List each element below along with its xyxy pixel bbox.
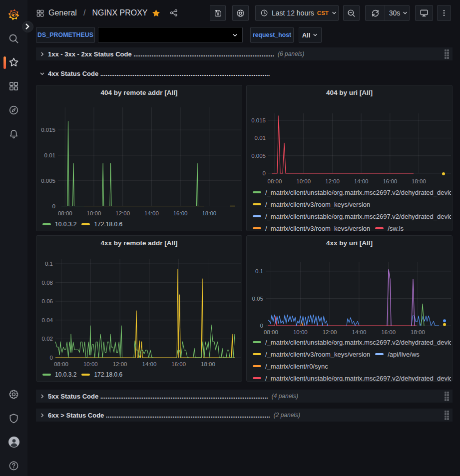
svg-text:0.015: 0.015 [251,117,266,123]
svg-text:0: 0 [52,203,55,209]
svg-text:16:00: 16:00 [171,361,186,367]
svg-text:12:00: 12:00 [115,210,130,216]
svg-text:10:00: 10:00 [293,329,308,335]
svg-text:0.04: 0.04 [42,317,53,323]
svg-text:18:00: 18:00 [202,210,216,216]
svg-text:18:00: 18:00 [411,329,425,335]
svg-text:12:00: 12:00 [113,361,127,367]
svg-text:10:00: 10:00 [296,178,311,184]
svg-text:0: 0 [50,355,53,361]
svg-text:0.02: 0.02 [42,336,53,342]
svg-text:0: 0 [260,323,263,329]
svg-text:0.005: 0.005 [41,178,55,184]
svg-text:12:00: 12:00 [325,178,340,184]
svg-text:18:00: 18:00 [201,361,215,367]
svg-text:16:00: 16:00 [383,178,397,184]
svg-text:14:00: 14:00 [142,361,157,367]
svg-text:0: 0 [263,170,266,176]
svg-text:0.06: 0.06 [42,298,53,304]
svg-text:14:00: 14:00 [352,329,367,335]
svg-text:14:00: 14:00 [354,178,369,184]
svg-text:0.01: 0.01 [44,152,55,158]
svg-text:08:00: 08:00 [54,361,68,367]
svg-text:0.08: 0.08 [42,280,53,286]
svg-text:08:00: 08:00 [264,329,278,335]
svg-text:14:00: 14:00 [144,210,159,216]
svg-text:0.015: 0.015 [41,127,55,133]
svg-text:18:00: 18:00 [412,178,426,184]
svg-text:10:00: 10:00 [87,210,101,216]
svg-text:10:00: 10:00 [83,361,98,367]
svg-text:0.1: 0.1 [255,268,263,274]
svg-text:16:00: 16:00 [173,210,188,216]
svg-text:08:00: 08:00 [268,178,282,184]
svg-text:0.005: 0.005 [251,153,266,159]
svg-text:08:00: 08:00 [58,210,72,216]
svg-text:16:00: 16:00 [381,329,396,335]
svg-text:0.05: 0.05 [252,296,263,302]
svg-text:0.01: 0.01 [255,135,266,141]
svg-text:0.1: 0.1 [45,261,53,267]
svg-text:12:00: 12:00 [323,329,337,335]
